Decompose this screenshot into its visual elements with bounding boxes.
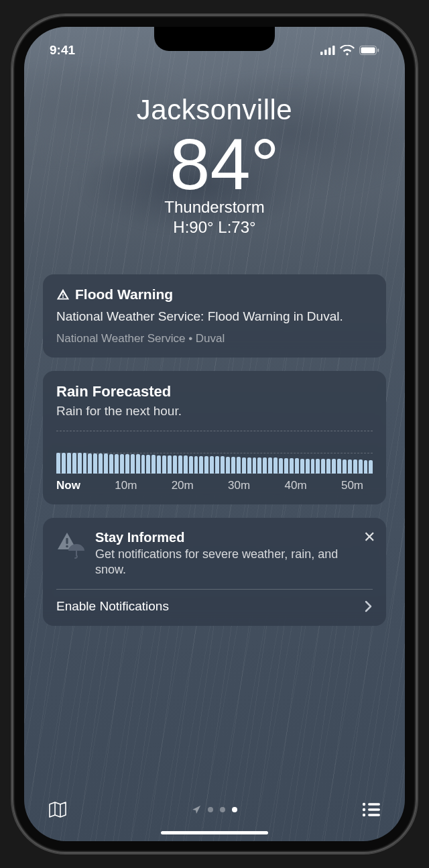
rain-bar <box>72 453 76 474</box>
warning-body: National Weather Service: Flood Warning … <box>56 308 373 325</box>
notify-title: Stay Informed <box>95 530 355 545</box>
rain-bar <box>141 455 145 474</box>
rain-bar <box>332 459 336 474</box>
rain-bar <box>321 459 325 474</box>
rain-bar <box>226 457 230 474</box>
notification-prompt-card: Stay Informed Get notifications for seve… <box>43 518 386 626</box>
alert-umbrella-icon <box>56 530 84 578</box>
rain-bar <box>109 454 113 474</box>
rain-bar <box>204 456 208 474</box>
svg-rect-3 <box>332 46 335 55</box>
rain-bar <box>146 455 150 474</box>
rain-bar <box>253 457 257 474</box>
rain-bar <box>210 456 214 474</box>
rain-bar <box>306 459 310 474</box>
rain-forecast-card[interactable]: Rain Forecasted Rain for the next hour. … <box>43 371 386 504</box>
rain-bar <box>221 456 225 474</box>
rain-bar <box>83 453 87 474</box>
warning-title: Flood Warning <box>75 286 173 303</box>
warning-icon <box>56 288 70 301</box>
rain-time-label: 10m <box>115 479 137 492</box>
svg-rect-1 <box>324 50 327 55</box>
rain-bar <box>184 455 188 474</box>
rain-bar <box>290 458 294 474</box>
notch <box>154 27 275 51</box>
rain-bar <box>93 453 97 474</box>
rain-bar <box>348 459 352 474</box>
svg-rect-5 <box>361 48 375 54</box>
rain-bar <box>62 453 66 474</box>
rain-bar <box>316 459 320 474</box>
rain-bar <box>295 458 299 474</box>
content: Jacksonville 84° Thunderstorm H:90° L:73… <box>24 27 405 841</box>
rain-bar <box>162 455 166 474</box>
rain-chart <box>56 431 373 474</box>
svg-rect-9 <box>76 551 77 556</box>
rain-bar <box>56 453 60 474</box>
rain-bar <box>263 457 267 474</box>
cellular-icon <box>320 46 335 55</box>
status-time: 9:41 <box>50 43 75 58</box>
warning-source: National Weather Service • Duval <box>56 332 373 345</box>
rain-bar <box>168 455 172 474</box>
svg-rect-0 <box>320 52 323 55</box>
rain-bar <box>115 454 119 474</box>
rain-time-label: 40m <box>285 479 307 492</box>
rain-bar <box>337 459 341 474</box>
rain-time-label: 20m <box>172 479 194 492</box>
rain-bar <box>178 455 182 474</box>
rain-time-label: 50m <box>341 479 363 492</box>
rain-bar <box>199 456 203 474</box>
battery-icon <box>359 46 379 55</box>
svg-rect-6 <box>377 49 379 52</box>
rain-bar <box>268 457 272 474</box>
current-temperature: 84° <box>43 126 386 202</box>
phone-frame: 9:41 Jacksonville 84° Thunderstorm H:90°… <box>12 15 417 853</box>
rain-bar <box>311 459 315 474</box>
rain-bar <box>242 457 246 474</box>
rain-bar <box>99 453 103 474</box>
rain-bar <box>353 459 357 474</box>
enable-notifications-label: Enable Notifications <box>56 599 169 614</box>
rain-bar <box>151 455 156 474</box>
rain-bar <box>300 459 304 474</box>
rain-bar <box>125 454 129 474</box>
rain-bar <box>326 459 330 474</box>
svg-rect-2 <box>328 48 331 55</box>
rain-bar <box>257 457 261 474</box>
rain-bar <box>88 453 92 474</box>
rain-bar <box>194 456 198 474</box>
rain-bars <box>56 431 373 474</box>
rain-bar <box>131 454 135 474</box>
wifi-icon <box>340 45 355 56</box>
chevron-right-icon <box>365 600 373 612</box>
rain-bar <box>247 457 251 474</box>
city-name: Jacksonville <box>43 94 386 126</box>
rain-bar <box>67 453 71 474</box>
rain-bar <box>120 454 124 474</box>
rain-bar <box>343 459 347 474</box>
high-low: H:90° L:73° <box>43 218 386 237</box>
rain-time-label: Now <box>56 479 80 492</box>
rain-bar <box>364 460 368 474</box>
rain-bar <box>104 453 108 474</box>
rain-bar <box>237 457 241 474</box>
rain-bar <box>273 457 278 474</box>
rain-bar <box>173 455 177 474</box>
rain-bar <box>136 454 140 474</box>
rain-bar <box>189 456 193 474</box>
condition-label: Thunderstorm <box>43 198 386 217</box>
weather-hero: Jacksonville 84° Thunderstorm H:90° L:73… <box>43 94 386 237</box>
notify-text: Get notifications for severe weather, ra… <box>95 547 355 578</box>
enable-notifications-button[interactable]: Enable Notifications <box>56 590 373 614</box>
rain-bar <box>157 455 161 474</box>
rain-bar <box>359 459 363 474</box>
close-icon[interactable]: ✕ <box>363 529 375 546</box>
svg-point-8 <box>66 545 68 548</box>
svg-rect-7 <box>66 538 68 544</box>
rain-subtitle: Rain for the next hour. <box>56 404 373 419</box>
warning-title-row: Flood Warning <box>56 286 373 303</box>
rain-title: Rain Forecasted <box>56 383 373 400</box>
rain-bar <box>78 453 82 474</box>
flood-warning-card[interactable]: Flood Warning National Weather Service: … <box>43 274 386 358</box>
